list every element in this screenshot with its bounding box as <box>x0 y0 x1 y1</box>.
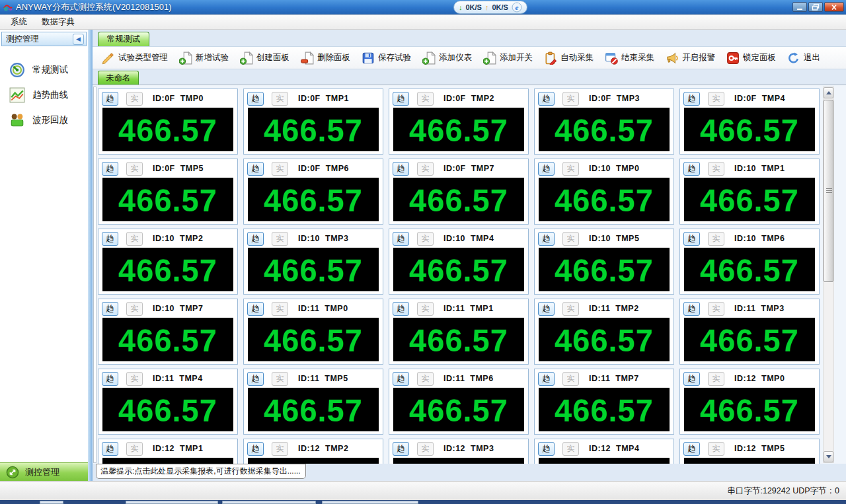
trend-button[interactable]: 趋 <box>538 232 555 246</box>
trend-button[interactable]: 趋 <box>102 92 118 106</box>
trend-button[interactable]: 趋 <box>393 162 409 176</box>
realtime-button[interactable]: 实 <box>126 92 143 106</box>
meter-id-label: ID:0F TMP4 <box>734 94 785 103</box>
sidebar-footer-measure-manage[interactable]: 测控管理 <box>0 462 88 481</box>
realtime-button[interactable]: 实 <box>562 92 579 106</box>
realtime-button[interactable]: 实 <box>272 232 288 246</box>
realtime-button[interactable]: 实 <box>708 162 724 176</box>
trend-button[interactable]: 趋 <box>247 92 264 106</box>
toolbar-button[interactable]: 删除面板 <box>301 52 350 65</box>
vertical-scrollbar[interactable] <box>823 87 834 463</box>
meter-id-label: ID:12 TMP2 <box>298 444 348 453</box>
trend-button[interactable]: 趋 <box>393 442 409 456</box>
trend-button[interactable]: 趋 <box>683 162 700 176</box>
toolbar-button[interactable]: 开启报警 <box>666 52 715 65</box>
meter-display: 466.57 <box>102 178 233 221</box>
realtime-button[interactable]: 实 <box>417 92 434 106</box>
sidebar-splitter[interactable] <box>88 30 93 481</box>
realtime-button[interactable]: 实 <box>272 442 288 456</box>
trend-button[interactable]: 趋 <box>683 372 700 386</box>
trend-button[interactable]: 趋 <box>102 232 118 246</box>
trend-button[interactable]: 趋 <box>538 162 555 176</box>
toolbar-button[interactable]: 试验类型管理 <box>102 52 168 65</box>
realtime-button[interactable]: 实 <box>272 162 288 176</box>
trend-button[interactable]: 趋 <box>102 442 118 456</box>
toolbar-button[interactable]: 添加开关 <box>483 52 533 65</box>
trend-button[interactable]: 趋 <box>683 302 700 316</box>
toolbar-button[interactable]: 退出 <box>787 52 820 65</box>
toolbar-button[interactable]: 添加仪表 <box>422 52 472 65</box>
tab-regular-test[interactable]: 常规测试 <box>98 32 149 46</box>
realtime-button[interactable]: 实 <box>708 442 724 456</box>
realtime-button[interactable]: 实 <box>417 232 434 246</box>
trend-button[interactable]: 趋 <box>393 302 409 316</box>
toolbar-button[interactable]: 创建面板 <box>240 52 289 65</box>
realtime-button[interactable]: 实 <box>708 92 724 106</box>
close-button[interactable] <box>824 2 844 12</box>
realtime-button[interactable]: 实 <box>126 372 143 386</box>
realtime-button[interactable]: 实 <box>417 442 434 456</box>
toolbar-button[interactable]: 新增试验 <box>179 52 229 65</box>
realtime-button[interactable]: 实 <box>417 372 434 386</box>
realtime-button[interactable]: 实 <box>708 232 724 246</box>
sidebar-item-label: 趋势曲线 <box>32 89 68 101</box>
realtime-button[interactable]: 实 <box>126 162 143 176</box>
realtime-button[interactable]: 实 <box>708 302 724 316</box>
sidebar-item-2[interactable]: 波形回放 <box>0 108 88 133</box>
toolbar-button[interactable]: 自动采集 <box>544 52 594 65</box>
toolbar-button[interactable]: 保存试验 <box>362 52 411 65</box>
trend-button[interactable]: 趋 <box>683 92 700 106</box>
realtime-button[interactable]: 实 <box>126 232 143 246</box>
sidebar-item-1[interactable]: 趋势曲线 <box>0 83 88 108</box>
trend-button[interactable]: 趋 <box>247 162 264 176</box>
meter-value: 466.57 <box>264 110 363 148</box>
realtime-button[interactable]: 实 <box>562 232 579 246</box>
trend-button[interactable]: 趋 <box>683 232 700 246</box>
meter-display: 466.57 <box>684 318 815 361</box>
realtime-button[interactable]: 实 <box>417 162 434 176</box>
meter-value: 466.57 <box>700 460 799 464</box>
realtime-button[interactable]: 实 <box>708 372 724 386</box>
scroll-down-button[interactable] <box>824 451 833 462</box>
trend-button[interactable]: 趋 <box>102 372 118 386</box>
sidebar-collapse-button[interactable]: ◀ <box>73 34 84 45</box>
scroll-thumb[interactable] <box>824 100 833 282</box>
toolbar-button[interactable]: 锁定面板 <box>726 52 776 65</box>
sidebar-item-0[interactable]: 常规测试 <box>0 57 88 83</box>
network-speed-widget[interactable]: ↓ 0K/S ↑ 0K/S e <box>453 1 527 14</box>
trend-button[interactable]: 趋 <box>538 92 555 106</box>
trend-button[interactable]: 趋 <box>247 442 264 456</box>
trend-button[interactable]: 趋 <box>393 92 409 106</box>
realtime-button[interactable]: 实 <box>562 442 579 456</box>
restore-button[interactable] <box>808 2 823 12</box>
realtime-button[interactable]: 实 <box>126 442 143 456</box>
trend-button[interactable]: 趋 <box>247 232 264 246</box>
trend-button[interactable]: 趋 <box>102 302 118 316</box>
meter-display: 466.57 <box>684 458 815 464</box>
meter-display: 466.57 <box>684 108 815 151</box>
trend-button[interactable]: 趋 <box>393 232 409 246</box>
scroll-up-button[interactable] <box>824 87 833 98</box>
realtime-button[interactable]: 实 <box>272 302 288 316</box>
trend-button[interactable]: 趋 <box>538 442 555 456</box>
realtime-button[interactable]: 实 <box>126 302 143 316</box>
realtime-button[interactable]: 实 <box>562 372 579 386</box>
trend-button[interactable]: 趋 <box>247 372 264 386</box>
report-tip-bar[interactable]: 温馨提示:点击此处显示采集报表,可进行数据采集导出...... <box>96 464 306 479</box>
trend-button[interactable]: 趋 <box>538 372 555 386</box>
minimize-button[interactable] <box>792 2 807 12</box>
menu-data-dictionary[interactable]: 数据字典 <box>36 15 80 29</box>
menu-system[interactable]: 系统 <box>5 15 32 29</box>
realtime-button[interactable]: 实 <box>562 302 579 316</box>
toolbar-button[interactable]: 结束采集 <box>605 52 654 65</box>
trend-button[interactable]: 趋 <box>538 302 555 316</box>
realtime-button[interactable]: 实 <box>272 372 288 386</box>
realtime-button[interactable]: 实 <box>562 162 579 176</box>
trend-button[interactable]: 趋 <box>102 162 118 176</box>
tab-unnamed-panel[interactable]: 未命名 <box>98 71 139 85</box>
trend-button[interactable]: 趋 <box>393 372 409 386</box>
trend-button[interactable]: 趋 <box>247 302 264 316</box>
realtime-button[interactable]: 实 <box>417 302 434 316</box>
trend-button[interactable]: 趋 <box>683 442 700 456</box>
realtime-button[interactable]: 实 <box>272 92 288 106</box>
